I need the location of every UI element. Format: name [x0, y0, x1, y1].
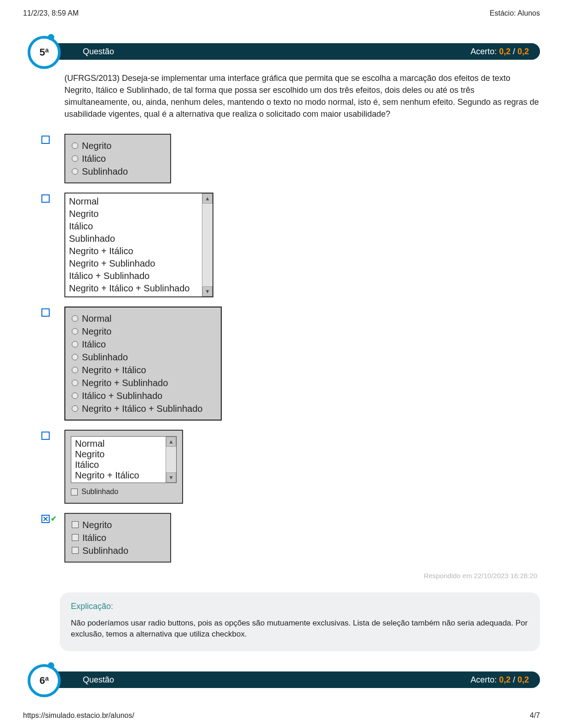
- question-number-badge: 6ª: [28, 664, 61, 697]
- option-c[interactable]: Normal Negrito Itálico Sublinhado Negrit…: [41, 307, 540, 421]
- wrong-icon: [41, 515, 50, 523]
- option-c-panel: Normal Negrito Itálico Sublinhado Negrit…: [64, 307, 222, 421]
- answered-timestamp: Respondido em 22/10/2023 16:28:20: [41, 572, 540, 580]
- scrollbar: ▲ ▼: [166, 437, 176, 483]
- radio-icon: [72, 142, 78, 149]
- print-timestamp: 11/2/23, 8:59 AM: [23, 9, 79, 17]
- checkbox-icon: [41, 308, 50, 317]
- scrollbar: ▲ ▼: [202, 193, 213, 296]
- checkbox-icon: [72, 521, 79, 528]
- question-number-badge: 5ª: [28, 36, 61, 69]
- radio-icon: [72, 328, 78, 335]
- checkbox-icon: [72, 547, 79, 554]
- radio-icon: [72, 380, 78, 386]
- option-e-panel: Negrito Itálico Sublinhado: [64, 513, 171, 563]
- question-text: (UFRGS/2013) Deseja-se implementar uma i…: [64, 72, 540, 120]
- explanation-text: Não poderíamos usar radio buttons, pois …: [71, 618, 529, 640]
- radio-icon: [72, 168, 78, 175]
- radio-icon: [72, 367, 78, 373]
- footer-url: https://simulado.estacio.br/alunos/: [23, 711, 134, 720]
- radio-icon: [72, 392, 78, 399]
- radio-icon: [72, 354, 78, 360]
- checkbox-icon: [72, 534, 79, 541]
- checkbox-icon: [41, 432, 50, 440]
- radio-icon: [72, 405, 78, 412]
- option-b[interactable]: Normal Negrito Itálico Sublinhado Negrit…: [41, 193, 540, 297]
- question-score: Acerto: 0,2 / 0,2: [471, 675, 540, 685]
- question-6-header: Questão Acerto: 0,2 / 0,2 6ª: [23, 669, 540, 689]
- checkbox-icon: [41, 136, 50, 144]
- page-title: Estácio: Alunos: [490, 9, 540, 17]
- option-a-panel: Negrito Itálico Sublinhado: [64, 134, 171, 183]
- scroll-up-icon: ▲: [202, 193, 213, 204]
- radio-icon: [72, 155, 78, 162]
- correct-icon: ✔: [51, 515, 57, 523]
- checkbox-icon: [41, 194, 50, 203]
- checkbox-icon: [71, 489, 78, 495]
- scroll-up-icon: ▲: [166, 437, 176, 447]
- option-e[interactable]: ✔ Negrito Itálico Sublinhado: [41, 513, 540, 563]
- option-d-listbox: Normal Negrito Itálico Negrito + Itálico…: [71, 436, 177, 483]
- scroll-down-icon: ▼: [202, 286, 213, 296]
- question-score: Acerto: 0,2 / 0,2: [471, 47, 540, 57]
- radio-icon: [72, 315, 78, 322]
- option-b-listbox: Normal Negrito Itálico Sublinhado Negrit…: [64, 193, 213, 297]
- scroll-down-icon: ▼: [166, 472, 176, 483]
- explanation-box: Explicação: Não poderíamos usar radio bu…: [60, 592, 540, 651]
- option-d-panel: Normal Negrito Itálico Negrito + Itálico…: [64, 430, 183, 503]
- radio-icon: [72, 341, 78, 347]
- footer-page: 4/7: [530, 711, 540, 720]
- option-a[interactable]: Negrito Itálico Sublinhado: [41, 134, 540, 183]
- option-d[interactable]: Normal Negrito Itálico Negrito + Itálico…: [41, 430, 540, 503]
- explanation-title: Explicação:: [71, 602, 529, 611]
- question-5-header: Questão Acerto: 0,2 / 0,2 5ª: [23, 40, 540, 61]
